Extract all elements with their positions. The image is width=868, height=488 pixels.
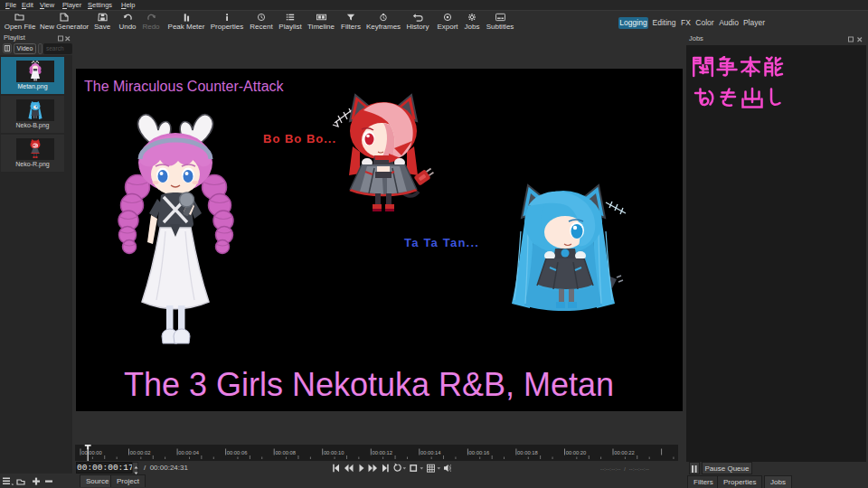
- svg-text:00:00:10: 00:00:10: [324, 450, 344, 455]
- svg-text:00:00:02: 00:00:02: [130, 450, 151, 455]
- svg-text:00:00:00: 00:00:00: [81, 450, 102, 455]
- svg-text:00:00:14: 00:00:14: [420, 450, 441, 455]
- svg-text:00:00:20: 00:00:20: [566, 450, 587, 455]
- svg-text:00:00:12: 00:00:12: [373, 450, 393, 455]
- svg-text:00:00:04: 00:00:04: [178, 450, 199, 455]
- svg-text:00:00:16: 00:00:16: [469, 450, 490, 455]
- svg-text:00:00:22: 00:00:22: [614, 450, 635, 455]
- svg-text:00:00:06: 00:00:06: [227, 450, 248, 455]
- svg-text:00:00:18: 00:00:18: [517, 450, 538, 455]
- svg-text:00:00:08: 00:00:08: [275, 450, 296, 455]
